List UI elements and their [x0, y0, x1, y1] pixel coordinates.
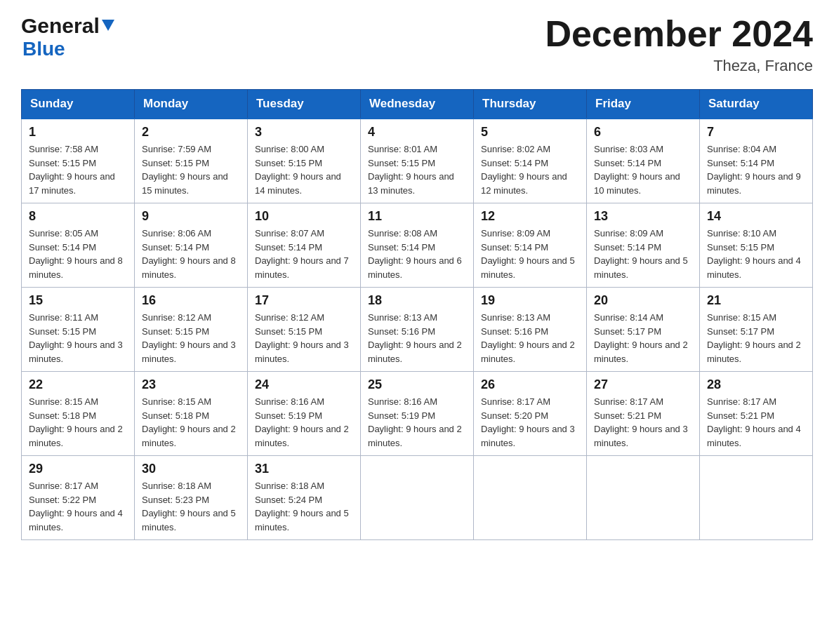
daylight-label: Daylight: 9 hours and 2 minutes.	[368, 340, 462, 364]
day-header-tuesday: Tuesday	[248, 90, 361, 119]
day-number: 4	[368, 125, 466, 140]
calendar-cell: 28 Sunrise: 8:17 AM Sunset: 5:21 PM Dayl…	[700, 372, 813, 456]
month-title: December 2024	[545, 14, 813, 54]
daylight-label: Daylight: 9 hours and 5 minutes.	[481, 255, 575, 280]
day-info: Sunrise: 8:14 AM Sunset: 5:17 PM Dayligh…	[594, 311, 692, 365]
daylight-label: Daylight: 9 hours and 6 minutes.	[368, 255, 462, 280]
day-info: Sunrise: 8:15 AM Sunset: 5:17 PM Dayligh…	[707, 311, 805, 365]
sunrise-label: Sunrise: 8:13 AM	[481, 312, 550, 323]
logo-triangle-icon	[102, 20, 114, 31]
day-number: 21	[707, 293, 805, 308]
day-info: Sunrise: 8:16 AM Sunset: 5:19 PM Dayligh…	[255, 395, 353, 450]
day-info: Sunrise: 7:59 AM Sunset: 5:15 PM Dayligh…	[142, 142, 240, 197]
sunrise-label: Sunrise: 8:01 AM	[368, 144, 437, 154]
sunset-label: Sunset: 5:14 PM	[594, 242, 661, 253]
calendar-cell: 17 Sunrise: 8:12 AM Sunset: 5:15 PM Dayl…	[248, 288, 361, 372]
calendar-cell: 26 Sunrise: 8:17 AM Sunset: 5:20 PM Dayl…	[474, 372, 587, 456]
calendar-cell: 1 Sunrise: 7:58 AM Sunset: 5:15 PM Dayli…	[22, 119, 135, 203]
sunrise-label: Sunrise: 8:04 AM	[707, 144, 776, 154]
daylight-label: Daylight: 9 hours and 3 minutes.	[29, 340, 123, 364]
day-number: 9	[142, 209, 240, 224]
day-info: Sunrise: 8:18 AM Sunset: 5:24 PM Dayligh…	[255, 479, 353, 534]
sunset-label: Sunset: 5:24 PM	[255, 495, 322, 505]
day-number: 8	[29, 209, 127, 224]
day-number: 24	[255, 377, 353, 392]
sunset-label: Sunset: 5:16 PM	[481, 326, 548, 337]
calendar-table: SundayMondayTuesdayWednesdayThursdayFrid…	[21, 89, 813, 540]
day-header-sunday: Sunday	[22, 90, 135, 119]
sunrise-label: Sunrise: 8:18 AM	[255, 481, 324, 491]
calendar-cell: 4 Sunrise: 8:01 AM Sunset: 5:15 PM Dayli…	[361, 119, 474, 203]
calendar-week-row: 29 Sunrise: 8:17 AM Sunset: 5:22 PM Dayl…	[22, 456, 813, 540]
sunrise-label: Sunrise: 8:15 AM	[142, 396, 211, 407]
sunset-label: Sunset: 5:20 PM	[481, 410, 548, 421]
calendar-cell: 23 Sunrise: 8:15 AM Sunset: 5:18 PM Dayl…	[135, 372, 248, 456]
calendar-cell: 14 Sunrise: 8:10 AM Sunset: 5:15 PM Dayl…	[700, 203, 813, 288]
day-number: 2	[142, 125, 240, 140]
sunrise-label: Sunrise: 8:07 AM	[255, 228, 324, 239]
daylight-label: Daylight: 9 hours and 3 minutes.	[594, 424, 688, 448]
sunset-label: Sunset: 5:14 PM	[481, 242, 548, 253]
daylight-label: Daylight: 9 hours and 2 minutes.	[481, 340, 575, 364]
daylight-label: Daylight: 9 hours and 3 minutes.	[255, 340, 349, 364]
daylight-label: Daylight: 9 hours and 12 minutes.	[481, 171, 567, 196]
sunrise-label: Sunrise: 8:17 AM	[707, 396, 776, 407]
calendar-cell: 20 Sunrise: 8:14 AM Sunset: 5:17 PM Dayl…	[587, 288, 700, 372]
sunset-label: Sunset: 5:15 PM	[29, 158, 96, 168]
title-section: December 2024 Theza, France	[545, 14, 813, 75]
daylight-label: Daylight: 9 hours and 2 minutes.	[707, 340, 801, 364]
calendar-week-row: 8 Sunrise: 8:05 AM Sunset: 5:14 PM Dayli…	[22, 203, 813, 288]
day-info: Sunrise: 8:13 AM Sunset: 5:16 PM Dayligh…	[368, 311, 466, 365]
calendar-cell: 16 Sunrise: 8:12 AM Sunset: 5:15 PM Dayl…	[135, 288, 248, 372]
daylight-label: Daylight: 9 hours and 2 minutes.	[142, 424, 236, 448]
daylight-label: Daylight: 9 hours and 2 minutes.	[255, 424, 349, 448]
logo-blue: Blue	[22, 38, 65, 60]
day-info: Sunrise: 8:12 AM Sunset: 5:15 PM Dayligh…	[142, 311, 240, 365]
daylight-label: Daylight: 9 hours and 5 minutes.	[255, 508, 349, 532]
day-header-thursday: Thursday	[474, 90, 587, 119]
sunset-label: Sunset: 5:21 PM	[594, 410, 661, 421]
sunrise-label: Sunrise: 8:00 AM	[255, 144, 324, 154]
calendar-cell	[474, 456, 587, 540]
daylight-label: Daylight: 9 hours and 8 minutes.	[29, 255, 123, 280]
calendar-cell: 15 Sunrise: 8:11 AM Sunset: 5:15 PM Dayl…	[22, 288, 135, 372]
day-number: 1	[29, 125, 127, 140]
calendar-cell: 24 Sunrise: 8:16 AM Sunset: 5:19 PM Dayl…	[248, 372, 361, 456]
day-info: Sunrise: 8:15 AM Sunset: 5:18 PM Dayligh…	[29, 395, 127, 450]
daylight-label: Daylight: 9 hours and 9 minutes.	[707, 171, 801, 196]
calendar-cell: 18 Sunrise: 8:13 AM Sunset: 5:16 PM Dayl…	[361, 288, 474, 372]
day-number: 16	[142, 293, 240, 308]
day-info: Sunrise: 8:04 AM Sunset: 5:14 PM Dayligh…	[707, 142, 805, 197]
daylight-label: Daylight: 9 hours and 4 minutes.	[707, 255, 801, 280]
day-info: Sunrise: 8:06 AM Sunset: 5:14 PM Dayligh…	[142, 227, 240, 281]
daylight-label: Daylight: 9 hours and 5 minutes.	[594, 255, 688, 280]
sunrise-label: Sunrise: 7:58 AM	[29, 144, 98, 154]
sunset-label: Sunset: 5:14 PM	[255, 242, 322, 253]
day-info: Sunrise: 8:00 AM Sunset: 5:15 PM Dayligh…	[255, 142, 353, 197]
day-info: Sunrise: 8:13 AM Sunset: 5:16 PM Dayligh…	[481, 311, 579, 365]
calendar-cell: 29 Sunrise: 8:17 AM Sunset: 5:22 PM Dayl…	[22, 456, 135, 540]
calendar-cell: 6 Sunrise: 8:03 AM Sunset: 5:14 PM Dayli…	[587, 119, 700, 203]
daylight-label: Daylight: 9 hours and 8 minutes.	[142, 255, 236, 280]
sunrise-label: Sunrise: 8:10 AM	[707, 228, 776, 239]
calendar-cell	[587, 456, 700, 540]
sunrise-label: Sunrise: 8:08 AM	[368, 228, 437, 239]
calendar-cell: 5 Sunrise: 8:02 AM Sunset: 5:14 PM Dayli…	[474, 119, 587, 203]
day-number: 7	[707, 125, 805, 140]
day-info: Sunrise: 8:16 AM Sunset: 5:19 PM Dayligh…	[368, 395, 466, 450]
day-number: 6	[594, 125, 692, 140]
day-number: 29	[29, 462, 127, 476]
sunset-label: Sunset: 5:14 PM	[481, 158, 548, 168]
sunset-label: Sunset: 5:22 PM	[29, 495, 96, 505]
day-info: Sunrise: 8:03 AM Sunset: 5:14 PM Dayligh…	[594, 142, 692, 197]
day-number: 15	[29, 293, 127, 308]
day-info: Sunrise: 8:05 AM Sunset: 5:14 PM Dayligh…	[29, 227, 127, 281]
sunset-label: Sunset: 5:14 PM	[594, 158, 661, 168]
day-info: Sunrise: 8:15 AM Sunset: 5:18 PM Dayligh…	[142, 395, 240, 450]
day-info: Sunrise: 8:09 AM Sunset: 5:14 PM Dayligh…	[594, 227, 692, 281]
day-info: Sunrise: 8:12 AM Sunset: 5:15 PM Dayligh…	[255, 311, 353, 365]
sunrise-label: Sunrise: 8:17 AM	[481, 396, 550, 407]
sunrise-label: Sunrise: 8:17 AM	[594, 396, 663, 407]
day-info: Sunrise: 8:10 AM Sunset: 5:15 PM Dayligh…	[707, 227, 805, 281]
day-info: Sunrise: 8:01 AM Sunset: 5:15 PM Dayligh…	[368, 142, 466, 197]
